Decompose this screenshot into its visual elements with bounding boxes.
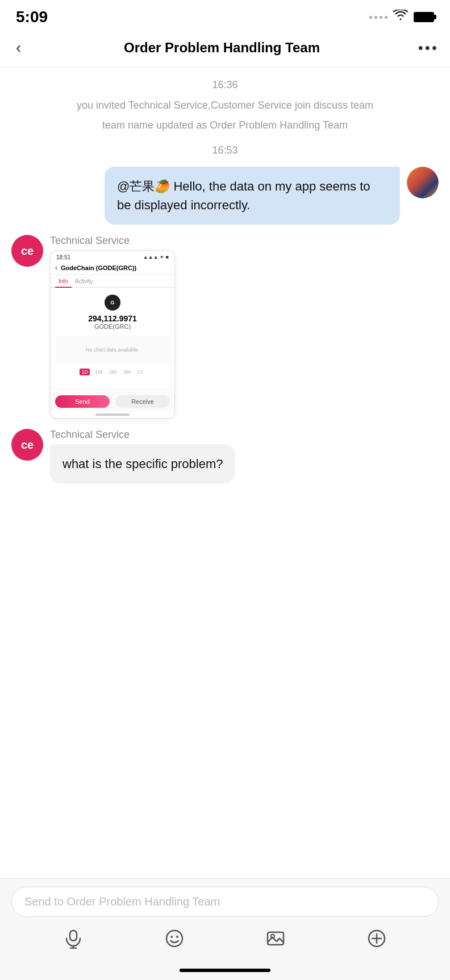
wifi-icon <box>393 10 408 24</box>
sc-tf-1d: 1D <box>80 369 90 375</box>
message-input[interactable]: Send to Order Problem Handling Team <box>11 887 439 917</box>
msg-left-1-content: Technical Service 18:51 ▲▲▲ ✦ ■ ‹ GodeCh… <box>50 235 175 419</box>
left-bubble-2: what is the specific problem? <box>50 444 235 483</box>
sc-home-indicator <box>95 413 130 416</box>
sc-time: 18:51 <box>56 254 70 260</box>
status-bar: 5:09 <box>0 0 450 31</box>
sc-signal: ▲▲▲ ✦ ■ <box>143 254 169 260</box>
sc-divider <box>51 389 174 390</box>
mic-button[interactable] <box>63 928 84 954</box>
back-button[interactable]: ‹ <box>11 36 26 59</box>
msg-left-2-content: Technical Service what is the specific p… <box>50 429 235 483</box>
system-msg-1: you invited Technical Service,Customer S… <box>11 98 439 113</box>
msg-left-2: ce Technical Service what is the specifi… <box>11 429 439 483</box>
timestamp-2: 16:53 <box>11 144 439 156</box>
chat-area: 16:36 you invited Technical Service,Cust… <box>0 68 450 878</box>
sc-tab-activity: Activity <box>72 277 97 287</box>
sc-tf-1m: 1M <box>107 369 118 375</box>
image-button[interactable] <box>265 928 286 954</box>
sc-tf-3m: 3M <box>122 369 132 375</box>
sc-amount: 294,112.9971 <box>88 314 137 323</box>
sc-tf-1w: 1W <box>93 369 105 375</box>
toolbar-row <box>11 926 439 956</box>
sc-nav: ‹ GodeChain (GODE(GRC)) <box>51 262 174 275</box>
sc-nav-title: GodeChain (GODE(GRC)) <box>61 264 136 271</box>
avatar-sunset-image <box>407 167 439 199</box>
more-button[interactable]: ••• <box>418 39 439 57</box>
sc-no-chart-text: No chart data available. <box>86 347 140 353</box>
sc-statusbar: 18:51 ▲▲▲ ✦ ■ <box>51 251 174 262</box>
sender-name-1: Technical Service <box>50 235 175 247</box>
plus-button[interactable] <box>366 928 387 954</box>
sc-actions: Send Receive <box>51 392 174 411</box>
signal-dots-icon <box>369 16 388 19</box>
sc-receive-button: Receive <box>115 395 170 408</box>
avatar-technical-service-2: ce <box>11 429 43 461</box>
bottom-bar: Send to Order Problem Handling Team <box>0 878 450 963</box>
sc-tab-info: Info <box>55 277 72 288</box>
sc-symbol: GODE(GRC) <box>94 323 131 330</box>
home-bar <box>180 969 270 972</box>
sc-tabs: Info Activity <box>51 275 174 288</box>
system-msg-2: team name updated as Order Problem Handl… <box>11 118 439 133</box>
avatar-right <box>407 167 439 199</box>
svg-point-3 <box>166 931 182 946</box>
svg-point-4 <box>170 936 173 938</box>
status-time: 5:09 <box>16 8 48 26</box>
status-icons <box>369 10 434 24</box>
svg-point-5 <box>176 936 178 938</box>
sc-timeframes: 1D 1W 1M 3M 1Y <box>80 369 145 375</box>
screenshot-card: 18:51 ▲▲▲ ✦ ■ ‹ GodeChain (GODE(GRC)) In… <box>50 250 175 419</box>
sc-coin-icon: G <box>105 295 120 311</box>
battery-icon <box>414 12 434 22</box>
sender-name-2: Technical Service <box>50 429 235 441</box>
avatar-technical-service-1: ce <box>11 235 43 267</box>
timestamp-1: 16:36 <box>11 79 439 91</box>
nav-bar: ‹ Order Problem Handling Team ••• <box>0 31 450 68</box>
msg-left-1: ce Technical Service 18:51 ▲▲▲ ✦ ■ ‹ God… <box>11 235 439 419</box>
svg-rect-0 <box>70 931 77 941</box>
sc-send-button: Send <box>55 395 110 408</box>
nav-title: Order Problem Handling Team <box>124 40 320 56</box>
right-bubble: @芒果🥭 Hello, the data on my app seems to … <box>105 167 400 225</box>
svg-rect-6 <box>268 932 284 945</box>
sc-body: G 294,112.9971 GODE(GRC) No chart data a… <box>51 288 174 387</box>
emoji-button[interactable] <box>164 928 185 954</box>
msg-right-1: @芒果🥭 Hello, the data on my app seems to … <box>11 167 439 225</box>
sc-chart-area: No chart data available. <box>55 336 170 364</box>
sc-tf-1y: 1Y <box>136 369 145 375</box>
sc-back-icon: ‹ <box>55 264 57 272</box>
home-indicator-bar <box>0 963 450 980</box>
